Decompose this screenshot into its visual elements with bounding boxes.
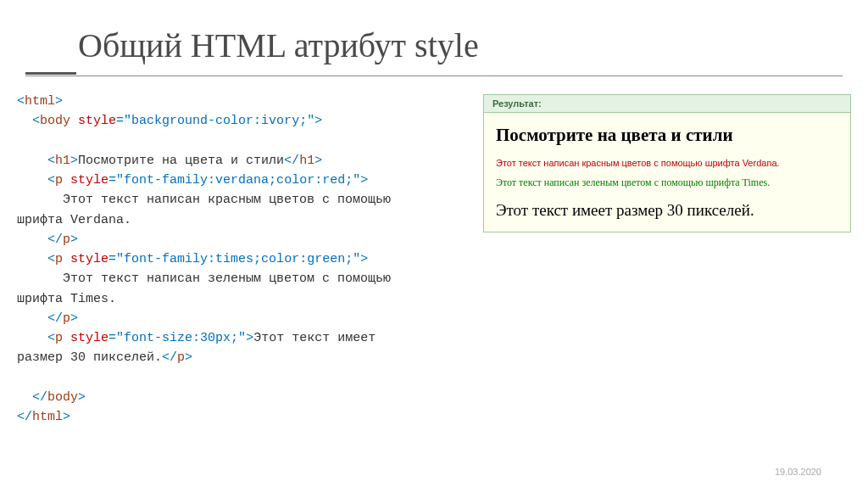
- code-line: <html>: [17, 92, 475, 111]
- code-line: <p style="font-family:times;color:green;…: [17, 249, 475, 269]
- code-line: </html>: [17, 407, 475, 427]
- title-divider: [25, 76, 843, 76]
- result-heading: Посмотрите на цвета и стили: [496, 125, 838, 146]
- code-line: <body style="background-color:ivory;">: [17, 111, 475, 131]
- code-line: Этот текст написан зеленым цветом с помо…: [17, 269, 475, 288]
- result-paragraph-30px: Этот текст имеет размер 30 пикселей.: [496, 201, 838, 220]
- code-line: шрифта Verdana.: [17, 210, 475, 230]
- code-line: <h1>Посмотрите на цвета и стили</h1>: [17, 151, 475, 171]
- title-divider-accent: [25, 72, 76, 75]
- footer-date: 19.03.2020: [775, 467, 821, 477]
- code-line: <p style="font-family:verdana;color:red;…: [17, 171, 475, 190]
- content-area: <html> <body style="background-color:ivo…: [0, 92, 868, 427]
- result-column: Результат: Посмотрите на цвета и стили Э…: [483, 92, 851, 427]
- result-header: Результат:: [484, 95, 850, 113]
- code-line: </body>: [17, 388, 475, 407]
- code-line: [17, 368, 475, 388]
- code-line: Этот текст написан красным цветов с помо…: [17, 190, 475, 210]
- result-content: Посмотрите на цвета и стили Этот текст н…: [484, 113, 850, 232]
- slide-title: Общий HTML атрибут style: [0, 0, 868, 76]
- code-line: <p style="font-size:30px;">Этот текст им…: [17, 328, 475, 348]
- code-block: <html> <body style="background-color:ivo…: [17, 92, 475, 427]
- result-box: Результат: Посмотрите на цвета и стили Э…: [483, 94, 851, 232]
- result-paragraph-red: Этот текст написан красным цветов с помо…: [496, 158, 838, 168]
- code-line: размер 30 пикселей.</p>: [17, 348, 475, 367]
- code-line: </p>: [17, 230, 475, 249]
- code-line: </p>: [17, 309, 475, 328]
- code-line: [17, 132, 475, 151]
- result-paragraph-green: Этот текст написан зеленым цветом с помо…: [496, 176, 838, 189]
- code-line: шрифта Times.: [17, 289, 475, 309]
